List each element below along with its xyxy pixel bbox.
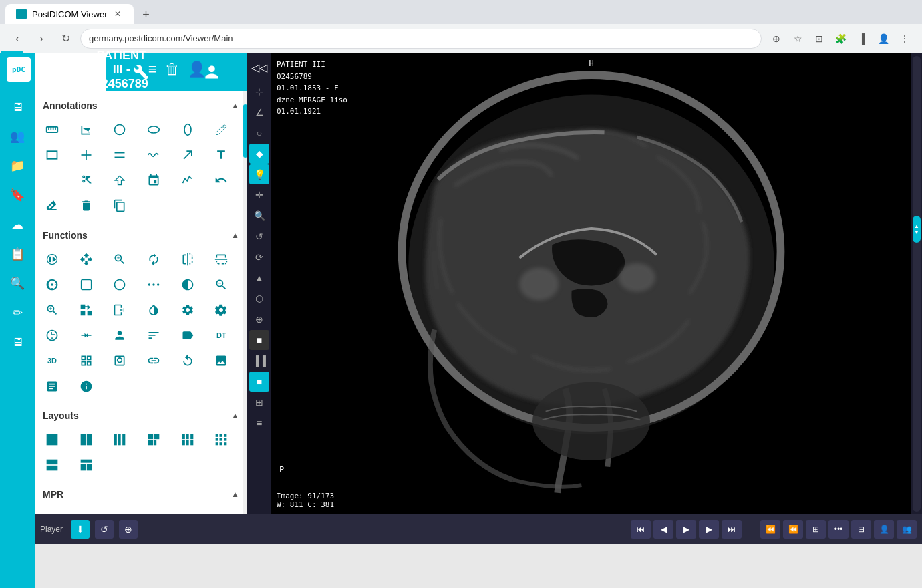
strip-layout2[interactable]: ▐▐ (249, 351, 269, 371)
tool-ellipse[interactable] (176, 118, 200, 142)
tool-eraser[interactable] (40, 194, 64, 218)
sidebar-item-cloud[interactable]: ☁ (4, 211, 31, 238)
tool-freehand[interactable] (209, 118, 233, 142)
func-split[interactable] (108, 298, 132, 322)
tab-close-button[interactable]: ✕ (112, 9, 123, 19)
strip-circle2[interactable]: ⊕ (249, 309, 269, 329)
strip-zoom2[interactable]: 🔍 (249, 206, 269, 226)
func-link[interactable] (142, 349, 166, 373)
func-zoom-in[interactable] (40, 298, 64, 322)
translate-icon[interactable]: ⊕ (767, 29, 786, 48)
strip-grid2[interactable]: ⊞ (249, 392, 269, 412)
layout-2x3[interactable] (176, 428, 200, 452)
sidebar-item-display[interactable]: 🖥 (4, 329, 31, 355)
strip-fill[interactable]: ◆ (249, 144, 269, 164)
strip-rotate2[interactable]: ↺ (249, 227, 269, 247)
extension-icon[interactable]: 🧩 (831, 29, 850, 48)
player-split-btn[interactable]: ⊟ (851, 520, 871, 539)
tool-rect[interactable] (40, 143, 64, 167)
func-rotate[interactable] (142, 247, 166, 271)
func-contrast[interactable] (176, 273, 200, 297)
player-settings-btn[interactable]: ⊕ (119, 520, 138, 539)
tool-circle[interactable] (108, 118, 132, 142)
tool-undo[interactable] (209, 168, 233, 192)
desktop-icon[interactable]: ⊡ (810, 29, 828, 48)
func-empty1[interactable] (74, 273, 98, 297)
forward-button[interactable]: › (32, 29, 51, 48)
sidebar-item-list[interactable]: 📋 (4, 241, 31, 267)
strip-brightness[interactable]: 💡 (249, 164, 269, 184)
func-flip-h[interactable] (209, 247, 233, 271)
header-trash-icon[interactable]: 🗑 (165, 61, 180, 78)
player-download-btn[interactable]: ⬇ (71, 520, 90, 539)
func-empty3[interactable] (142, 273, 166, 297)
tool-arrow[interactable] (176, 143, 200, 167)
func-stretch[interactable] (74, 323, 98, 347)
strip-collapse[interactable]: ◁◁ (249, 57, 269, 78)
func-invert[interactable] (142, 298, 166, 322)
tool-zigzag[interactable] (176, 168, 200, 192)
tool-ruler[interactable] (40, 118, 64, 142)
func-move[interactable] (74, 247, 98, 271)
functions-header[interactable]: Functions ▲ (40, 226, 242, 245)
tool-clear[interactable] (74, 194, 98, 218)
tool-ellipse-h[interactable] (142, 118, 166, 142)
player-skip-back-btn[interactable]: ⏪ (760, 520, 780, 539)
layout-1x1[interactable] (40, 428, 64, 452)
strip-lines2[interactable]: ≡ (249, 413, 269, 433)
tool-lines[interactable] (108, 143, 132, 167)
reload-button[interactable]: ↻ (56, 29, 75, 48)
profile-icon[interactable]: 👤 (874, 29, 893, 48)
strip-square[interactable]: ■ (249, 330, 269, 350)
tool-cross[interactable] (74, 143, 98, 167)
func-image2[interactable] (40, 374, 64, 398)
sidebar-item-folder[interactable]: 📁 (4, 152, 31, 179)
tool-text[interactable] (209, 143, 233, 167)
sidebar-item-users[interactable]: 👥 (4, 123, 31, 150)
new-tab-button[interactable]: + (136, 5, 155, 24)
menu-icon[interactable]: ⋮ (895, 29, 914, 48)
tool-angle[interactable] (74, 118, 98, 142)
func-3d[interactable]: 3D (40, 349, 64, 373)
player-play-btn[interactable]: ▶ (676, 520, 696, 539)
func-grid[interactable] (74, 349, 98, 373)
mpr-header[interactable]: MPR ▲ (40, 485, 242, 504)
tool-freehand2[interactable] (142, 168, 166, 192)
func-zoom-out[interactable] (209, 273, 233, 297)
func-flip-v[interactable] (176, 247, 200, 271)
sidebar-item-search[interactable]: 🔍 (4, 270, 31, 297)
bookmark-icon[interactable]: ☆ (788, 29, 807, 48)
sidebar-icon[interactable]: ▐ (853, 29, 871, 48)
layout-1x3[interactable] (108, 428, 132, 452)
func-dt[interactable]: DT (209, 323, 233, 347)
sidebar-item-bookmark[interactable]: 🔖 (4, 182, 31, 208)
player-more-btn[interactable]: ••• (828, 520, 849, 539)
func-cine[interactable] (40, 247, 64, 271)
func-zoom[interactable] (108, 247, 132, 271)
player-last-btn[interactable]: ⏭ (722, 520, 742, 539)
func-cog2[interactable] (209, 298, 233, 322)
player-next-btn[interactable]: ▶ (699, 520, 719, 539)
func-info[interactable] (74, 374, 98, 398)
func-sort[interactable] (142, 323, 166, 347)
func-gear[interactable] (176, 298, 200, 322)
func-reset[interactable] (176, 349, 200, 373)
tool-copy[interactable] (108, 194, 132, 218)
annotations-header[interactable]: Annotations ▲ (40, 96, 242, 115)
func-tag[interactable] (176, 323, 200, 347)
player-first-btn[interactable]: ⏮ (631, 520, 651, 539)
active-tab[interactable]: PostDICOM Viewer ✕ (5, 4, 134, 24)
func-image[interactable] (209, 349, 233, 373)
sidebar-item-edit[interactable]: ✏ (4, 299, 31, 326)
layout-2x2[interactable] (142, 428, 166, 452)
func-person[interactable] (108, 323, 132, 347)
sidebar-item-monitor[interactable]: 🖥 (4, 94, 31, 120)
strip-angle-tool[interactable]: ∠ (249, 102, 269, 122)
func-crosshair[interactable] (40, 273, 64, 297)
strip-refresh[interactable]: ⟳ (249, 247, 269, 267)
func-rect2[interactable] (108, 349, 132, 373)
player-layout-btn[interactable]: ⊞ (806, 520, 826, 539)
strip-pan[interactable]: ⊹ (249, 82, 269, 102)
tool-scissors[interactable] (74, 168, 98, 192)
layouts-header[interactable]: Layouts ▲ (40, 406, 242, 425)
